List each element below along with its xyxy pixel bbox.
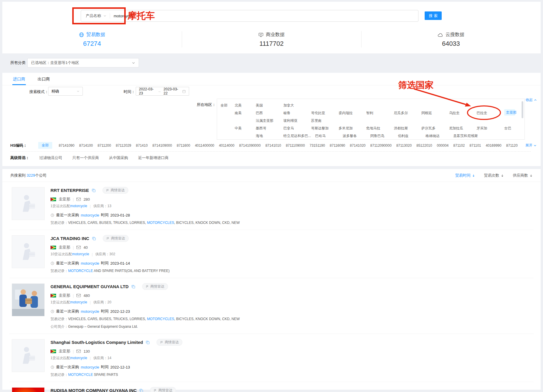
company-name[interactable]: RUDISA MOTOR COMPANY GUYANA INC [51, 388, 137, 392]
collapse-region-link[interactable]: 收起 [526, 97, 537, 102]
hs-code-option[interactable]: 000004 [437, 143, 448, 148]
stat-business-data[interactable]: 商业数据 1117702 [182, 30, 361, 48]
search-bar[interactable]: 产品名称 [81, 10, 418, 22]
region-option[interactable]: 波多黎各 [343, 132, 366, 140]
hs-code-option[interactable]: 87141020 [350, 143, 365, 148]
breadcrumb-all-categories[interactable]: 所有分类 [10, 60, 26, 65]
region-option[interactable]: 圭亚那 [504, 109, 515, 116]
sort-trade-count[interactable]: 贸易次数 [484, 173, 504, 178]
region-option[interactable]: 尼加拉瓜 [449, 124, 473, 132]
hs-code-option[interactable]: 871102 [453, 143, 465, 148]
tab-importer[interactable]: 进口商 [13, 77, 25, 85]
hs-code-option[interactable]: 8711200 [97, 143, 111, 148]
hs-code-option[interactable]: 87141090000 [239, 143, 260, 148]
region-option[interactable]: 加拿大 [283, 102, 307, 109]
company-name[interactable]: GENERAL EQUIPMENT GUYANA LTD [51, 284, 129, 289]
region-option[interactable]: 牙买加 [477, 124, 500, 132]
copy-icon[interactable] [92, 188, 96, 192]
region-option[interactable]: 多米尼加 [339, 124, 362, 132]
hs-code-option[interactable]: 8714100 [79, 143, 93, 148]
hs-code-option[interactable]: 87113020 [396, 143, 412, 148]
business-radar-badge[interactable]: 商情雷达 [102, 187, 128, 194]
hs-code-option[interactable]: 87116090 [330, 143, 345, 148]
stat-trade-data[interactable]: 贸易数据 67274 [2, 30, 182, 48]
company-thumbnail[interactable] [12, 339, 45, 372]
region-option[interactable]: 格林纳达 [426, 132, 449, 140]
region-option[interactable]: 阿根廷 [421, 109, 445, 117]
region-option[interactable]: 伯利兹 [398, 132, 421, 140]
region-option[interactable]: 玻利维亚 [283, 117, 307, 124]
region-option[interactable]: 美国 [256, 102, 279, 109]
region-option[interactable]: 委内瑞拉 [339, 109, 362, 117]
region-option[interactable]: 巴哈马 [315, 132, 339, 140]
company-thumbnail[interactable] [12, 235, 45, 268]
hs-code-option[interactable]: 40114000 [219, 143, 235, 148]
region-option[interactable]: 全部 [221, 102, 231, 109]
hs-code-option[interactable]: 8711109000 [286, 143, 305, 148]
region-scrollbar[interactable] [522, 101, 523, 118]
hs-code-option[interactable]: 87141010 [265, 143, 281, 148]
hs-all-chip[interactable]: 全部 [38, 142, 52, 149]
region-option[interactable]: 中美 [235, 124, 252, 132]
region-option[interactable]: 危地马拉 [366, 124, 390, 132]
date-to[interactable]: 2023-03-22 [164, 87, 180, 95]
region-option[interactable]: 阿鲁巴岛 [370, 132, 394, 140]
copy-icon[interactable] [131, 285, 135, 289]
date-from[interactable]: 2022-03-23 [139, 87, 155, 95]
company-name[interactable]: JCA TRADING INC [51, 236, 89, 241]
company-thumbnail[interactable] [12, 283, 45, 316]
hs-code-option[interactable]: 85122010 [416, 143, 432, 148]
region-option[interactable]: 厄瓜多尔 [394, 109, 417, 117]
region-option[interactable]: 圣基茨和尼维斯 [453, 132, 478, 140]
hs-code-option[interactable]: 73151190 [310, 143, 325, 148]
company-name[interactable]: Shanghai South-Logistics Company Limited [51, 340, 143, 345]
region-option[interactable]: 特立尼达和多巴... [283, 132, 311, 140]
business-radar-badge[interactable]: 商情雷达 [157, 339, 182, 346]
region-option[interactable]: 秘鲁 [283, 109, 307, 117]
advanced-option-new-importers[interactable]: 近一年新增进口商 [138, 155, 169, 160]
region-option[interactable]: 法属圭亚那 [256, 117, 279, 124]
advanced-option-from-china[interactable]: 从中国采购 [109, 155, 128, 160]
expand-hs-link[interactable]: 展开 [525, 143, 537, 148]
search-mode-select[interactable]: 精确 [48, 87, 83, 96]
copy-icon[interactable] [92, 236, 96, 241]
hs-code-option[interactable]: 871120 [506, 143, 518, 148]
region-option[interactable]: 萨尔瓦多 [421, 124, 445, 132]
date-range-picker[interactable]: 2022-03-23 → 2023-03-22 [136, 87, 189, 96]
region-option[interactable]: 海地 [256, 132, 279, 140]
region-option[interactable]: 巴拉圭 [477, 109, 500, 117]
hs-code-option[interactable]: 40169990 [486, 143, 501, 148]
advanced-option-filter-logistics[interactable]: 过滤物流公司 [39, 155, 62, 160]
hs-code-option[interactable]: 87112090000 [370, 143, 392, 148]
hs-code-option[interactable]: 87141090 [59, 143, 74, 148]
business-radar-badge[interactable]: 商情雷达 [103, 235, 129, 242]
region-option[interactable]: 乌拉圭 [449, 109, 473, 117]
sort-supplier-count[interactable]: 供应商数 [513, 173, 533, 178]
business-radar-badge[interactable]: 商情雷达 [150, 387, 176, 392]
advanced-option-single-supplier[interactable]: 只有一个供应商 [72, 155, 99, 160]
region-option[interactable]: 智利 [366, 109, 390, 117]
hs-code-option[interactable]: 4011400000 [195, 143, 214, 148]
copy-icon[interactable] [146, 340, 150, 344]
stat-cloud-search-data[interactable]: 云搜数据 64033 [361, 30, 541, 48]
company-thumbnail[interactable] [12, 387, 45, 392]
region-option[interactable]: 巴西 [256, 109, 279, 117]
tab-exporter[interactable]: 出口商 [38, 77, 50, 85]
region-option[interactable]: 哥斯达黎加 [311, 124, 334, 132]
search-button[interactable]: 搜 索 [425, 11, 442, 20]
breadcrumb[interactable]: 所有分类 › [10, 60, 30, 65]
hs-code-option[interactable]: 87112029 [116, 143, 131, 148]
hs-code-option[interactable]: 871410 [136, 143, 148, 148]
region-option[interactable]: 墨西哥 [256, 124, 279, 132]
search-field-select[interactable]: 产品名称 [81, 13, 110, 18]
region-option[interactable]: 古巴 [504, 124, 525, 132]
business-radar-badge[interactable]: 商情雷达 [142, 283, 168, 290]
sort-trade-time[interactable]: 贸易时间 [455, 173, 475, 178]
company-name[interactable]: RRT ENTERPRISE [51, 188, 89, 193]
region-option[interactable]: 苏里南 [311, 117, 334, 124]
search-input[interactable] [110, 14, 418, 18]
region-option[interactable]: 哥伦比亚 [311, 109, 334, 117]
hs-code-option[interactable]: 871101 [470, 143, 481, 148]
selected-region-dropdown[interactable]: 已选地区：圭亚那等1个地区 [27, 58, 139, 67]
company-thumbnail[interactable] [12, 187, 45, 220]
